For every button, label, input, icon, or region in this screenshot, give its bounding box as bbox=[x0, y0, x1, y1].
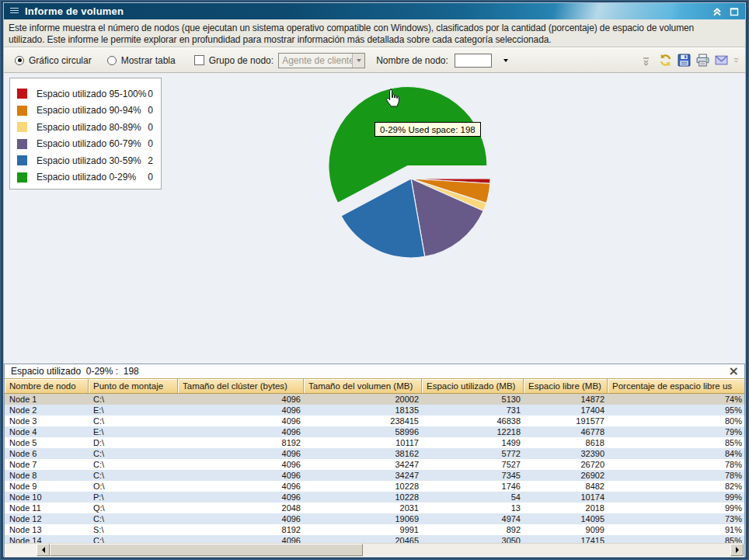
table-cell: 10228 bbox=[304, 481, 422, 492]
column-header[interactable]: Porcentaje de espacio libre us bbox=[608, 379, 744, 393]
table-row[interactable]: Node 2E:\4096181357311740495% bbox=[5, 405, 744, 416]
table-cell: Q:\ bbox=[89, 503, 178, 513]
scroll-left-button[interactable] bbox=[37, 544, 50, 556]
legend-item[interactable]: Espacio utilizado 0-29%0 bbox=[17, 169, 155, 186]
table-cell: 99% bbox=[608, 492, 744, 503]
table-cell: 46838 bbox=[422, 416, 524, 426]
horizontal-scrollbar[interactable] bbox=[5, 543, 744, 556]
email-icon[interactable] bbox=[713, 53, 729, 68]
table-cell: 892 bbox=[422, 524, 524, 535]
table-row[interactable]: Node 5D:\8192101171499861885% bbox=[5, 437, 744, 448]
table-cell: 2031 bbox=[304, 503, 422, 513]
toolbar-overflow-right-icon[interactable] bbox=[733, 54, 739, 67]
hand-cursor-icon bbox=[385, 89, 401, 113]
table-cell: 8192 bbox=[178, 524, 304, 535]
radio-show-table[interactable] bbox=[107, 56, 117, 65]
toolbar-overflow-icon[interactable] bbox=[643, 54, 650, 67]
table-cell: 1746 bbox=[422, 481, 524, 492]
node-group-checkbox[interactable] bbox=[194, 55, 204, 65]
table-cell: 4096 bbox=[178, 448, 304, 459]
radio-pie-chart-label: Gráfico circular bbox=[29, 55, 92, 66]
report-window: Informe de volumen Este informe muestra … bbox=[0, 0, 749, 560]
table-cell: 14872 bbox=[524, 394, 608, 405]
titlebar-buttons bbox=[712, 6, 739, 16]
table-header-row: Nombre de nodoPunto de montajeTamaño del… bbox=[5, 378, 744, 394]
pie-chart[interactable] bbox=[302, 74, 523, 270]
table-row[interactable]: Node 9O:\4096102281746848282% bbox=[5, 481, 744, 492]
table-cell: 13 bbox=[422, 503, 524, 513]
legend: Espacio utilizado 95-100%0Espacio utiliz… bbox=[9, 78, 162, 190]
node-name-label: Nombre de nodo: bbox=[376, 55, 448, 66]
save-icon[interactable] bbox=[676, 53, 692, 68]
table-cell: 2018 bbox=[524, 503, 608, 513]
table-row[interactable]: Node 13S:\81929991892909991% bbox=[5, 524, 744, 535]
legend-swatch-icon bbox=[17, 122, 27, 132]
legend-item[interactable]: Espacio utilizado 80-89%0 bbox=[17, 119, 155, 136]
table-cell: Node 8 bbox=[5, 470, 89, 481]
description-line-1: Este informe muestra el número de nodos … bbox=[9, 23, 740, 34]
column-header[interactable]: Tamaño del clúster (bytes) bbox=[178, 379, 304, 393]
table-row[interactable]: Node 1C:\40962000251301487274% bbox=[5, 394, 744, 405]
table-cell: 4096 bbox=[178, 513, 304, 524]
table-row[interactable]: Node 12C:\40961906949741409573% bbox=[5, 513, 744, 524]
node-name-input[interactable] bbox=[455, 54, 492, 68]
table-cell: Node 12 bbox=[5, 513, 89, 524]
table-cell: S:\ bbox=[89, 524, 178, 535]
table-cell: 4096 bbox=[178, 416, 304, 426]
radio-show-table-label: Mostrar tabla bbox=[121, 55, 176, 66]
table-cell: 78% bbox=[608, 470, 744, 481]
table-row[interactable]: Node 3C:\40962384154683819157780% bbox=[5, 416, 744, 426]
table-cell: 10228 bbox=[304, 492, 422, 503]
table-row[interactable]: Node 10P:\409610228541017499% bbox=[5, 492, 744, 503]
scrollbar-thumb[interactable] bbox=[50, 544, 363, 556]
table-cell: 73% bbox=[608, 513, 744, 524]
toolbar: Gráfico circular Mostrar tabla Grupo de … bbox=[4, 47, 745, 73]
scroll-right-button[interactable] bbox=[730, 544, 744, 556]
table-row[interactable]: Node 6C:\40963816257723239084% bbox=[5, 448, 744, 459]
table-row[interactable]: Node 8C:\40963424773452690278% bbox=[5, 470, 744, 481]
table-cell: 82% bbox=[608, 481, 744, 492]
column-header[interactable]: Espacio libre (MB) bbox=[524, 379, 608, 393]
table-cell: 14095 bbox=[524, 513, 608, 524]
table-cell: 731 bbox=[422, 405, 524, 416]
legend-count: 0 bbox=[148, 122, 155, 133]
column-header[interactable]: Tamaño del volumen (MB) bbox=[304, 379, 422, 393]
maximize-square-icon[interactable] bbox=[729, 6, 739, 16]
legend-count: 0 bbox=[148, 105, 155, 116]
table-cell: 26902 bbox=[524, 470, 608, 481]
node-name-dropdown-icon[interactable] bbox=[501, 57, 510, 64]
table-row[interactable]: Node 7C:\40963424775272672078% bbox=[5, 459, 744, 470]
table-cell: C:\ bbox=[89, 459, 178, 470]
legend-item[interactable]: Espacio utilizado 60-79%0 bbox=[17, 136, 155, 153]
table-row[interactable]: Node 11Q:\2048203113201899% bbox=[5, 503, 744, 513]
refresh-icon[interactable] bbox=[657, 53, 673, 68]
table-cell: E:\ bbox=[89, 405, 178, 416]
table-cell: P:\ bbox=[89, 492, 178, 503]
print-icon[interactable] bbox=[695, 53, 710, 68]
table-row[interactable]: Node 4E:\409658996122184677879% bbox=[5, 426, 744, 437]
table-cell: 1499 bbox=[422, 437, 524, 448]
menu-grip-icon bbox=[10, 8, 19, 15]
table-cell: 9991 bbox=[304, 524, 422, 535]
table-cell: 12218 bbox=[422, 426, 524, 437]
legend-count: 0 bbox=[148, 89, 155, 99]
table-cell: 91% bbox=[608, 524, 744, 535]
report-description: Este informe muestra el número de nodos … bbox=[4, 19, 745, 47]
radio-pie-chart[interactable] bbox=[15, 56, 24, 65]
collapse-chevrons-icon[interactable] bbox=[712, 6, 722, 16]
table-cell: 5772 bbox=[422, 448, 524, 459]
legend-item[interactable]: Espacio utilizado 95-100%0 bbox=[17, 85, 155, 103]
scrollbar-track[interactable] bbox=[363, 544, 730, 556]
column-header[interactable]: Nombre de nodo bbox=[5, 379, 89, 393]
legend-swatch-icon bbox=[17, 139, 27, 149]
column-header[interactable]: Punto de montaje bbox=[89, 379, 178, 393]
table-cell: 79% bbox=[608, 426, 744, 437]
table-cell: 74% bbox=[608, 394, 744, 405]
legend-item[interactable]: Espacio utilizado 30-59%2 bbox=[17, 152, 155, 169]
legend-item[interactable]: Espacio utilizado 90-94%0 bbox=[17, 103, 155, 120]
scrollbar-corner bbox=[5, 544, 37, 556]
close-icon[interactable]: × bbox=[729, 366, 739, 377]
legend-count: 0 bbox=[148, 172, 155, 183]
column-header[interactable]: Espacio utilizado (MB) bbox=[422, 379, 524, 393]
table-cell: 80% bbox=[608, 416, 744, 426]
